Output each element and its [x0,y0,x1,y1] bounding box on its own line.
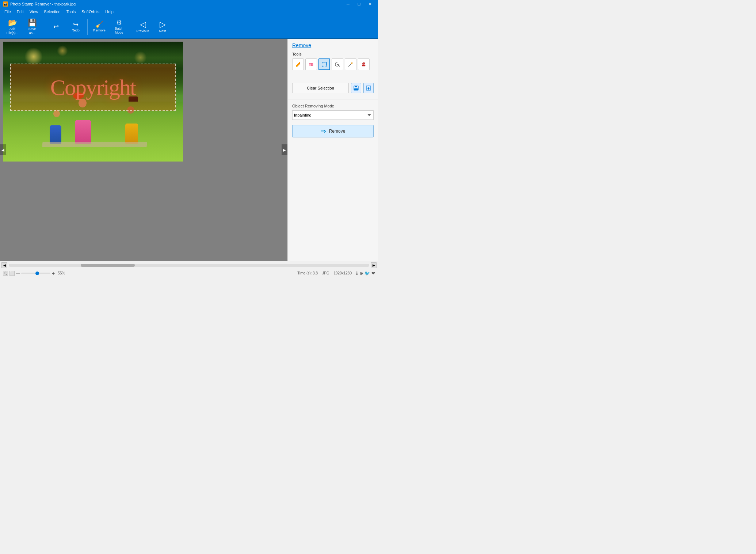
clear-selection-label: Clear Selection [307,86,334,90]
menu-edit[interactable]: Edit [14,9,27,15]
panel-divider-1 [288,77,378,77]
share-icon[interactable]: ⊕ [359,271,363,276]
resolution-info: 1920x1280 [334,271,352,275]
lasso-icon [335,61,340,67]
marker-tool-btn[interactable] [292,58,304,70]
scroll-track[interactable] [9,264,369,267]
status-icons: ℹ ⊕ 🐦 ❤ [356,271,375,276]
time-info: Time (s): 3.8 [297,271,318,275]
child1-body [50,125,61,144]
lasso-tool-btn[interactable] [332,58,343,70]
toolbar-sep-3 [131,19,131,35]
rect-select-icon [321,61,327,67]
eraser-tool-btn[interactable] [305,58,317,70]
remove-toolbar-label: Remove [93,29,106,33]
tools-label: Tools [292,52,374,56]
next-label: Next [159,29,166,33]
scroll-left-btn[interactable]: ◀ [1,262,7,268]
remove-action-btn[interactable]: ⇒ Remove [292,125,374,137]
batch-label: BatchMode [115,27,123,35]
heart-icon[interactable]: ❤ [371,271,375,276]
toolbar: 📂 AddFile(s)... 💾 Saveas... ↩ ↪ Redo 🧹 R… [0,15,378,39]
redo-icon: ↪ [73,21,79,28]
clear-selection-button[interactable]: Clear Selection [292,83,349,93]
app-icon: 📷 [3,1,8,7]
minimize-btn[interactable]: ─ [343,0,353,8]
next-icon: ▷ [160,20,166,29]
statusbar: ⬜ — + 55% Time (s): 3.8 JPG 1920x1280 ℹ … [0,269,378,277]
titlebar: 📷 Photo Stamp Remover - the-park.jpg ─ □… [0,0,378,8]
menubar: File Edit View Selection Tools SoftOrbit… [0,8,378,15]
photo-wrapper: Copyright [3,42,183,162]
scroll-thumb[interactable] [81,264,135,267]
toolbar-sep-1 [44,19,44,35]
tools-row: ABC [292,58,374,70]
undo-icon: ↩ [53,23,59,30]
undo-btn[interactable]: ↩ [46,17,65,37]
blanket [42,142,147,147]
previous-label: Previous [136,29,149,33]
svg-text:ABC: ABC [362,63,366,65]
person-body [75,120,91,144]
statusbar-right: Time (s): 3.8 JPG 1920x1280 ℹ ⊕ 🐦 ❤ [297,271,375,276]
zoom-thumb[interactable] [35,272,39,275]
mode-label: Object Removing Mode [292,104,374,108]
zoom-out-btn[interactable] [3,271,8,276]
svg-marker-5 [351,62,353,64]
mode-select[interactable]: Inpainting Content Aware Fill Clone Stam… [292,110,374,120]
remove-icon: 🧹 [95,21,103,28]
menu-file[interactable]: File [1,9,14,15]
next-btn[interactable]: ▷ Next [153,17,172,37]
eraser-icon [308,61,314,67]
save-selection-icon [354,86,359,91]
main-content: Copyright ◀ ▶ Remove Tools [0,39,378,261]
previous-btn[interactable]: ◁ Previous [133,17,152,37]
stamp-detect-tool-btn[interactable]: ABC [358,58,370,70]
add-files-label: AddFile(s)... [7,27,19,35]
save-selection-btn[interactable] [351,83,361,93]
marker-icon [295,61,301,67]
scroll-right-btn[interactable]: ▶ [371,262,377,268]
save-label: Saveas... [28,27,36,35]
add-files-btn[interactable]: 📂 AddFile(s)... [3,17,22,37]
redo-label: Redo [72,29,80,33]
stamp-detect-icon: ABC [361,61,367,67]
maximize-btn[interactable]: □ [354,0,364,8]
horizontal-scrollbar[interactable]: ◀ ▶ [0,261,378,269]
canvas-scroll-right[interactable]: ▶ [282,144,287,155]
canvas-scroll-left[interactable]: ◀ [0,144,6,155]
right-panel: Remove Tools [287,39,378,261]
menu-selection[interactable]: Selection [41,9,63,15]
statusbar-left: ⬜ — + 55% [3,270,65,276]
zoom-slider[interactable] [21,273,50,274]
redo-btn[interactable]: ↪ Redo [66,17,85,37]
titlebar-left: 📷 Photo Stamp Remover - the-park.jpg [3,1,76,7]
save-as-btn[interactable]: 💾 Saveas... [23,17,42,37]
copyright-text: Copyright [50,75,135,100]
add-files-icon: 📂 [8,19,17,26]
svg-rect-10 [355,86,357,87]
canvas-area[interactable]: Copyright ◀ ▶ [0,39,287,261]
close-btn[interactable]: ✕ [365,0,375,8]
zoom-level: 55% [58,271,65,275]
rect-select-tool-btn[interactable] [318,58,330,70]
mode-section: Object Removing Mode Inpainting Content … [288,102,378,123]
load-selection-btn[interactable] [363,83,374,93]
menu-tools[interactable]: Tools [64,9,79,15]
menu-help[interactable]: Help [102,9,117,15]
magic-wand-tool-btn[interactable] [345,58,356,70]
zoom-separator: — [16,271,20,275]
titlebar-controls[interactable]: ─ □ ✕ [343,0,375,8]
batch-mode-btn[interactable]: ⚙ BatchMode [110,17,129,37]
photo-image: Copyright [3,42,183,162]
menu-softorbits[interactable]: SoftOrbits [79,9,102,15]
info-icon[interactable]: ℹ [356,271,358,276]
remove-arrow-icon: ⇒ [321,127,326,135]
remove-btn-toolbar[interactable]: 🧹 Remove [90,17,109,37]
bird-icon[interactable]: 🐦 [364,271,370,276]
previous-icon: ◁ [140,20,146,29]
zoom-controls: ⬜ — + 55% [3,270,65,276]
zoom-frame-btn[interactable]: ⬜ [9,271,15,276]
menu-view[interactable]: View [27,9,41,15]
svg-line-16 [6,274,7,275]
